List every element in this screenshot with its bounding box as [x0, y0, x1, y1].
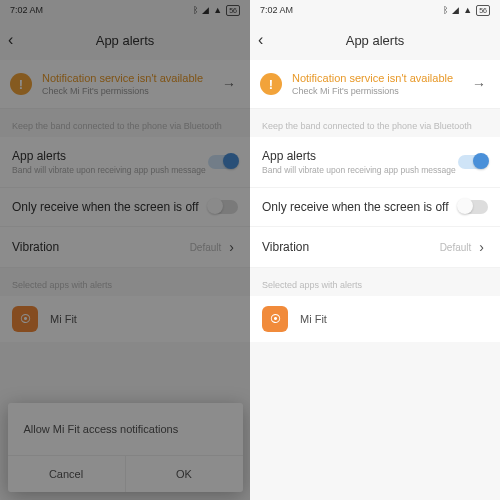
permission-banner[interactable]: ! Notification service isn't available C… [250, 60, 500, 109]
section-hint: Selected apps with alerts [250, 268, 500, 296]
banner-subtitle: Check Mi Fit's permissions [292, 86, 468, 96]
row-screen-off[interactable]: Only receive when the screen is off [250, 188, 500, 227]
row-title: Vibration [262, 240, 440, 254]
status-bar: 7:02 AM ᛒ ◢ ▲ 56 [250, 0, 500, 20]
toggle-screen-off[interactable] [458, 200, 488, 214]
banner-text: Notification service isn't available Che… [292, 72, 468, 96]
row-title: Only receive when the screen is off [262, 200, 458, 214]
row-app-alerts[interactable]: App alerts Band will vibrate upon receiv… [250, 137, 500, 188]
screen-content: ! Notification service isn't available C… [250, 60, 500, 342]
phone-right: 7:02 AM ᛒ ◢ ▲ 56 ‹ App alerts ! Notifica… [250, 0, 500, 500]
bluetooth-icon: ᛒ [443, 5, 448, 15]
row-vibration[interactable]: Vibration Default › [250, 227, 500, 268]
status-time: 7:02 AM [260, 5, 293, 15]
row-subtitle: Band will vibrate upon receiving app pus… [262, 165, 458, 175]
app-icon: ⦿ [262, 306, 288, 332]
banner-title: Notification service isn't available [292, 72, 468, 84]
header: ‹ App alerts [250, 20, 500, 60]
page-title: App alerts [258, 33, 492, 48]
battery-icon: 56 [476, 5, 490, 16]
chevron-right-icon: → [468, 76, 490, 92]
chevron-right-icon: › [475, 239, 488, 255]
toggle-app-alerts[interactable] [458, 155, 488, 169]
wifi-icon: ▲ [463, 5, 472, 15]
app-name: Mi Fit [300, 313, 327, 325]
app-row[interactable]: ⦿ Mi Fit [250, 296, 500, 342]
section-hint: Keep the band connected to the phone via… [250, 109, 500, 137]
ok-button[interactable]: OK [126, 456, 243, 492]
phone-left: 7:02 AM ᛒ ◢ ▲ 56 ‹ App alerts ! Notifica… [0, 0, 250, 500]
dialog-overlay: Allow Mi Fit access notifications Cancel… [0, 0, 250, 500]
dialog-message: Allow Mi Fit access notifications [8, 403, 243, 455]
warning-icon: ! [260, 73, 282, 95]
signal-icon: ◢ [452, 5, 459, 15]
row-title: App alerts [262, 149, 458, 163]
dialog-buttons: Cancel OK [8, 455, 243, 492]
row-value: Default [440, 242, 472, 253]
status-icons: ᛒ ◢ ▲ 56 [443, 5, 490, 16]
cancel-button[interactable]: Cancel [8, 456, 126, 492]
dialog: Allow Mi Fit access notifications Cancel… [8, 403, 243, 492]
